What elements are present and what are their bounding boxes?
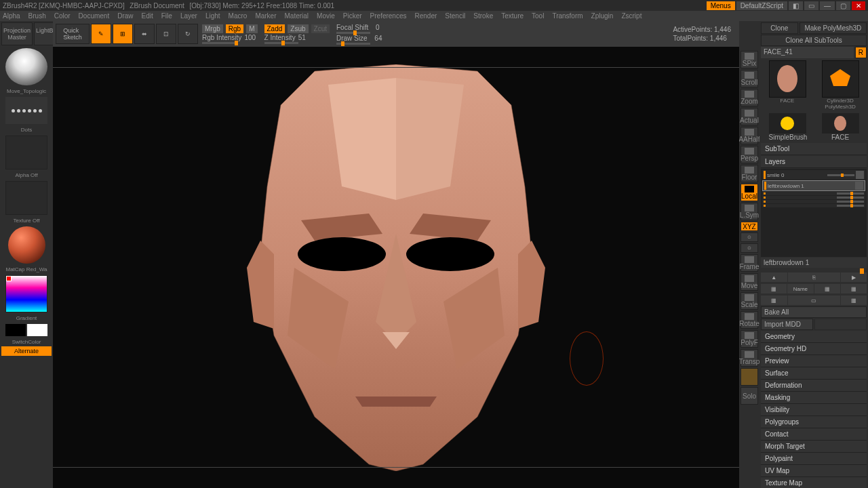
- close-button[interactable]: ✕: [852, 1, 865, 10]
- menu-item[interactable]: Light: [205, 12, 220, 20]
- panel-header[interactable]: Geometry HD: [761, 343, 867, 355]
- minimize-button[interactable]: —: [820, 1, 835, 10]
- move-nav-button[interactable]: Move: [741, 273, 758, 291]
- brush-preview-icon[interactable]: [5, 48, 47, 85]
- menu-item[interactable]: Macro: [229, 12, 248, 20]
- persp-button[interactable]: Persp: [741, 146, 758, 163]
- default-zscript-button[interactable]: DefaultZScript: [736, 1, 787, 10]
- menu-item[interactable]: Alpha: [3, 12, 20, 20]
- alternate-button[interactable]: Alternate: [1, 346, 52, 356]
- panel-header[interactable]: Masking: [761, 392, 867, 404]
- tool-thumb-face[interactable]: FACE: [769, 60, 806, 110]
- polyf-button[interactable]: PolyF: [741, 330, 758, 348]
- clone-all-button[interactable]: Clone All SubTools: [761, 35, 867, 46]
- floor-button[interactable]: Floor: [741, 165, 758, 182]
- menu-item[interactable]: Stroke: [473, 12, 493, 20]
- quick-sketch-button[interactable]: Quick Sketch: [56, 24, 90, 44]
- make-polymesh-button[interactable]: Make PolyMesh3D: [800, 22, 867, 34]
- menu-item[interactable]: File: [161, 12, 172, 20]
- zcut-button[interactable]: Zcut: [311, 24, 330, 33]
- layer-row-selected[interactable]: leftbrowdown 1: [762, 180, 865, 191]
- scroll-button[interactable]: Scroll: [741, 70, 758, 87]
- solo-button[interactable]: Solo: [741, 387, 758, 405]
- layer-down-icon[interactable]: ▶: [841, 272, 867, 282]
- layer-dup-button[interactable]: ⎘: [788, 272, 840, 282]
- panel-header[interactable]: Texture Map: [761, 477, 867, 488]
- viewport-3d[interactable]: [53, 47, 739, 488]
- aahalf-button[interactable]: AAHalf: [741, 127, 758, 144]
- panel-header[interactable]: Geometry: [761, 331, 867, 343]
- layer-row[interactable]: [762, 192, 865, 195]
- menu-item[interactable]: Zplugin: [591, 12, 614, 20]
- layer-row[interactable]: [762, 200, 865, 203]
- xyz-button[interactable]: XYZ: [741, 222, 758, 231]
- texture-thumbnail[interactable]: [5, 181, 47, 215]
- menu-item[interactable]: Movie: [317, 12, 335, 20]
- color-picker[interactable]: [5, 275, 47, 312]
- mrgb-button[interactable]: Mrgb: [202, 24, 223, 33]
- layer-btn-a[interactable]: ▦: [761, 296, 787, 305]
- panel-header[interactable]: Polygroups: [761, 416, 867, 428]
- menu-item[interactable]: Marker: [255, 12, 276, 20]
- panel-header[interactable]: Surface: [761, 367, 867, 380]
- layer-del-icon[interactable]: ▦: [841, 284, 867, 293]
- menu-item[interactable]: Zscript: [621, 12, 642, 20]
- zadd-button[interactable]: Zadd: [264, 24, 285, 33]
- menu-item[interactable]: Preferences: [370, 12, 407, 20]
- layer-row[interactable]: [762, 196, 865, 199]
- menu-item[interactable]: Brush: [28, 12, 46, 20]
- xyz3-button[interactable]: ⊙: [741, 243, 758, 253]
- menu-item[interactable]: Draw: [117, 12, 133, 20]
- layer-new-icon[interactable]: ▦: [761, 284, 787, 293]
- panel-header[interactable]: UV Map: [761, 465, 867, 477]
- actual-button[interactable]: Actual: [741, 108, 758, 125]
- color-swatches[interactable]: [5, 324, 47, 336]
- projection-master-button[interactable]: Projection Master: [1, 22, 33, 45]
- move-mode-button[interactable]: ⬌: [134, 24, 155, 44]
- edit-mode-button[interactable]: ✎: [91, 24, 111, 44]
- layer-row[interactable]: [762, 204, 865, 207]
- import-mdd-button[interactable]: Import MDD: [761, 319, 813, 330]
- panel-header[interactable]: Contact: [761, 428, 867, 441]
- swatch-black[interactable]: [5, 324, 26, 336]
- layer-btn-b[interactable]: ▭: [788, 296, 840, 305]
- menus-button[interactable]: Menus: [707, 1, 735, 10]
- panel-header[interactable]: Deformation: [761, 380, 867, 392]
- menu-item[interactable]: Color: [54, 12, 71, 20]
- bake-all-button[interactable]: Bake All: [761, 306, 867, 318]
- draw-mode-button[interactable]: ⊞: [113, 24, 133, 44]
- menu-item[interactable]: Texture: [501, 12, 524, 20]
- zsub-button[interactable]: Zsub: [288, 24, 308, 33]
- material-ball-icon[interactable]: [8, 226, 45, 264]
- layer-btn-c[interactable]: ▦: [841, 296, 867, 305]
- menu-item[interactable]: Document: [79, 12, 110, 20]
- rgb-button[interactable]: Rgb: [226, 24, 243, 33]
- scale-nav-button[interactable]: Scale: [741, 292, 758, 310]
- layer-row[interactable]: smile 0: [762, 170, 865, 180]
- panel-header[interactable]: Preview: [761, 355, 867, 367]
- swatch-white[interactable]: [27, 324, 47, 336]
- brush-thumb-simple[interactable]: SimpleBrush: [769, 113, 806, 141]
- eye-icon[interactable]: [855, 182, 863, 190]
- focal-shift-slider[interactable]: [336, 32, 370, 34]
- window-btn-2[interactable]: ▭: [804, 1, 818, 10]
- layer-merge-icon[interactable]: ▦: [814, 284, 840, 293]
- eye-icon[interactable]: [856, 171, 864, 179]
- alpha-thumbnail[interactable]: [5, 136, 47, 169]
- menu-item[interactable]: Transform: [552, 12, 583, 20]
- menu-item[interactable]: Layer: [180, 12, 197, 20]
- frame-button[interactable]: Frame: [741, 254, 758, 272]
- menu-item[interactable]: Render: [415, 12, 437, 20]
- panel-header[interactable]: Visibility: [761, 404, 867, 416]
- scale-mode-button[interactable]: ⊡: [156, 24, 176, 44]
- layer-name-button[interactable]: Name: [787, 284, 813, 293]
- spix-button[interactable]: SPix: [741, 51, 758, 68]
- zoom-button[interactable]: Zoom: [741, 89, 758, 106]
- layer-up-icon[interactable]: ▲: [761, 272, 787, 282]
- menu-item[interactable]: Stencil: [445, 12, 465, 20]
- tool-thumb-cylinder[interactable]: Cylinder3D PolyMesh3D: [822, 60, 859, 110]
- menu-item[interactable]: Tool: [532, 12, 544, 20]
- switchcolor-button[interactable]: SwitchColor: [1, 339, 52, 345]
- r-button[interactable]: R: [855, 47, 867, 58]
- stroke-dots-icon[interactable]: [5, 97, 47, 124]
